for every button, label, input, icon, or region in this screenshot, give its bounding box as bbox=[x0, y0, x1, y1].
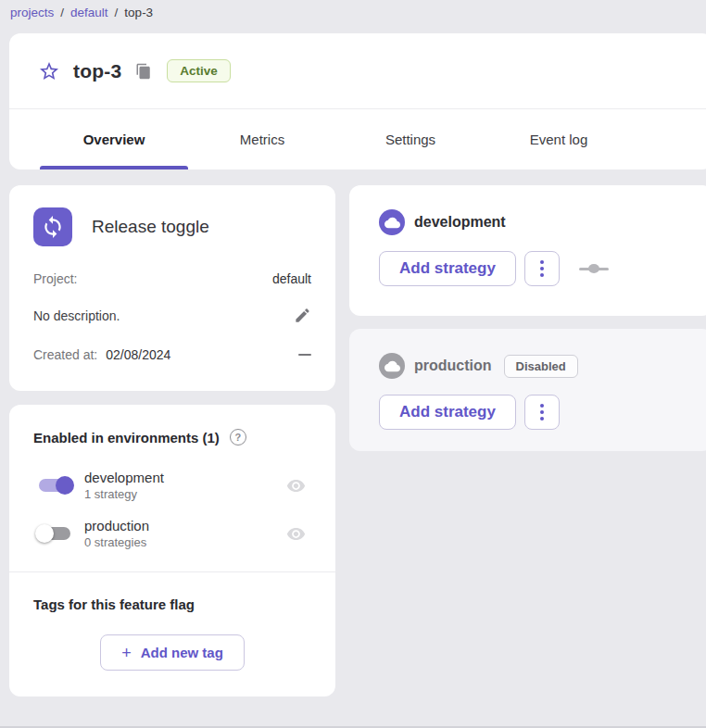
page-title: top-3 bbox=[73, 60, 121, 82]
environment-card-title: production bbox=[414, 358, 492, 374]
development-strategies-card: development Add strategy bbox=[349, 185, 706, 316]
disabled-badge: Disabled bbox=[504, 355, 578, 378]
breadcrumb-default-link[interactable]: default bbox=[70, 6, 108, 19]
description-row: No description. bbox=[33, 307, 311, 324]
breadcrumb-projects-link[interactable]: projects bbox=[10, 6, 54, 19]
created-value: 02/08/2024 bbox=[106, 347, 170, 362]
collapse-details-button[interactable] bbox=[298, 354, 311, 356]
star-icon bbox=[38, 60, 60, 82]
environments-card: Enabled in environments (1) ? developmen… bbox=[9, 405, 335, 697]
add-strategy-button[interactable]: Add strategy bbox=[379, 395, 516, 430]
breadcrumb-separator: / bbox=[115, 6, 119, 19]
overview-content: Release toggle Project: default No descr… bbox=[0, 185, 706, 697]
description-text: No description. bbox=[33, 308, 120, 323]
add-strategy-button[interactable]: Add strategy bbox=[379, 251, 516, 286]
release-toggle-icon bbox=[33, 207, 72, 246]
created-label: Created at: bbox=[33, 347, 97, 362]
add-new-tag-button[interactable]: + Add new tag bbox=[100, 634, 245, 671]
flag-overview-page: projects / default / top-3 top-3 Active … bbox=[0, 0, 706, 728]
visibility-eye-icon[interactable] bbox=[286, 524, 306, 544]
edit-description-button[interactable] bbox=[294, 307, 311, 324]
environments-section: Enabled in environments (1) ? developmen… bbox=[9, 405, 335, 571]
favorite-button[interactable] bbox=[37, 59, 61, 83]
tab-settings[interactable]: Settings bbox=[336, 109, 485, 169]
flag-tabs: Overview Metrics Settings Event log bbox=[9, 109, 706, 169]
tab-overview[interactable]: Overview bbox=[40, 109, 188, 169]
breadcrumb: projects / default / top-3 bbox=[0, 0, 706, 19]
production-toggle[interactable] bbox=[33, 522, 76, 545]
tags-section: Tags for this feature flag + Add new tag bbox=[9, 572, 335, 697]
breadcrumb-current: top-3 bbox=[124, 6, 153, 19]
environment-strategy-count: 1 strategy bbox=[84, 487, 164, 501]
project-value: default bbox=[272, 271, 311, 286]
tags-heading: Tags for this feature flag bbox=[33, 596, 311, 612]
created-row: Created at: 02/08/2024 bbox=[33, 347, 311, 362]
project-row: Project: default bbox=[33, 271, 311, 286]
pencil-icon bbox=[294, 307, 311, 324]
environments-heading: Enabled in environments (1) bbox=[33, 430, 220, 446]
minus-icon bbox=[298, 354, 311, 356]
environment-card-title: development bbox=[414, 214, 506, 231]
kebab-menu-icon[interactable] bbox=[524, 251, 560, 286]
strategy-separator-icon bbox=[579, 264, 609, 273]
environment-name: production bbox=[84, 518, 149, 533]
copy-icon bbox=[135, 63, 152, 80]
plus-icon: + bbox=[121, 646, 132, 659]
kebab-menu-icon[interactable] bbox=[524, 395, 560, 430]
help-icon[interactable]: ? bbox=[230, 429, 246, 446]
project-label: Project: bbox=[33, 271, 77, 286]
add-new-tag-label: Add new tag bbox=[141, 645, 223, 660]
development-toggle[interactable] bbox=[33, 474, 76, 496]
flag-details-card: Release toggle Project: default No descr… bbox=[9, 185, 335, 391]
environment-strategy-count: 0 strategies bbox=[84, 535, 149, 549]
breadcrumb-separator: / bbox=[60, 6, 64, 19]
environment-row-production: production 0 strategies bbox=[33, 518, 311, 549]
flag-type-row: Release toggle bbox=[33, 207, 311, 246]
left-column: Release toggle Project: default No descr… bbox=[9, 185, 335, 697]
tab-event-log[interactable]: Event log bbox=[485, 109, 633, 169]
right-column: development Add strategy bbox=[349, 185, 706, 451]
flag-header-card: top-3 Active Overview Metrics Settings E… bbox=[9, 33, 706, 169]
environment-name: development bbox=[84, 470, 164, 485]
flag-type-label: Release toggle bbox=[92, 217, 209, 237]
production-strategies-card: production Disabled Add strategy bbox=[349, 329, 706, 451]
cloud-environment-icon bbox=[379, 209, 405, 235]
tab-metrics[interactable]: Metrics bbox=[188, 109, 336, 169]
environment-row-development: development 1 strategy bbox=[33, 470, 311, 501]
copy-name-button[interactable] bbox=[135, 63, 152, 80]
visibility-eye-icon[interactable] bbox=[286, 476, 306, 496]
flag-title-row: top-3 Active bbox=[9, 33, 706, 109]
cloud-environment-icon bbox=[379, 353, 405, 379]
status-badge: Active bbox=[167, 59, 231, 82]
